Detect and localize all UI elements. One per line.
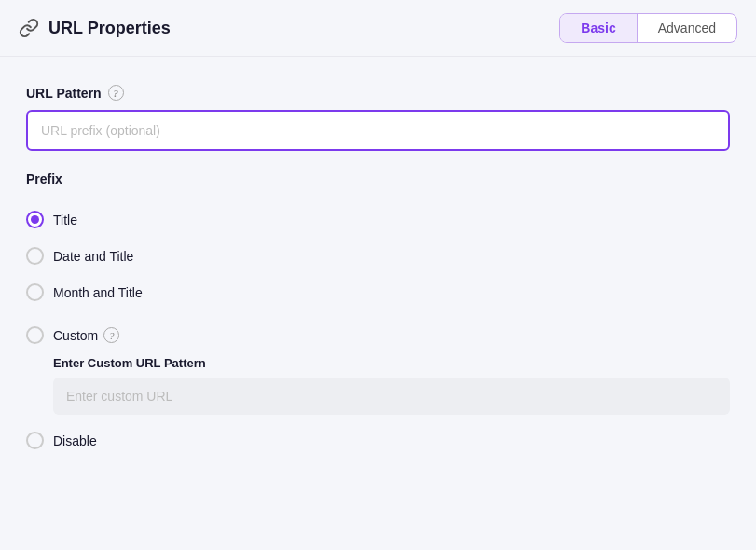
radio-label-month-title: Month and Title bbox=[53, 285, 143, 300]
custom-label-row: Custom ? bbox=[53, 318, 119, 352]
prefix-radio-group: Title Date and Title Month and Title Cus… bbox=[26, 201, 730, 459]
radio-label-date-title: Date and Title bbox=[53, 249, 133, 264]
custom-url-label: Enter Custom URL Pattern bbox=[53, 356, 730, 370]
page-title: URL Properties bbox=[48, 19, 171, 38]
url-pattern-label: URL Pattern ? bbox=[26, 85, 730, 101]
radio-circle-title bbox=[26, 211, 44, 228]
prefix-label: Prefix bbox=[26, 172, 730, 186]
radio-top-custom[interactable]: Custom ? bbox=[26, 318, 730, 352]
radio-circle-date-title bbox=[26, 247, 44, 265]
main-content: URL Pattern ? Prefix Title Date and Titl… bbox=[0, 57, 756, 550]
tab-basic[interactable]: Basic bbox=[560, 14, 637, 42]
radio-item-title[interactable]: Title bbox=[26, 201, 730, 238]
link-icon bbox=[19, 18, 39, 38]
url-pattern-input[interactable] bbox=[26, 110, 730, 151]
header-left: URL Properties bbox=[19, 18, 171, 38]
radio-item-month-title[interactable]: Month and Title bbox=[26, 274, 730, 310]
tab-group: Basic Advanced bbox=[559, 13, 737, 43]
tab-advanced[interactable]: Advanced bbox=[638, 14, 736, 42]
radio-item-custom: Custom ? Enter Custom URL Pattern bbox=[26, 310, 730, 422]
radio-label-custom: Custom bbox=[53, 328, 98, 343]
url-pattern-help-icon[interactable]: ? bbox=[108, 85, 124, 101]
radio-item-disable[interactable]: Disable bbox=[26, 422, 730, 459]
radio-item-date-title[interactable]: Date and Title bbox=[26, 238, 730, 274]
radio-circle-custom bbox=[26, 326, 44, 344]
radio-circle-disable bbox=[26, 432, 44, 449]
custom-help-icon[interactable]: ? bbox=[103, 327, 119, 343]
radio-label-title: Title bbox=[53, 213, 77, 227]
header: URL Properties Basic Advanced bbox=[0, 0, 756, 57]
radio-label-disable: Disable bbox=[53, 433, 97, 448]
radio-circle-month-title bbox=[26, 283, 44, 301]
custom-url-input[interactable] bbox=[53, 378, 730, 415]
custom-url-section: Enter Custom URL Pattern bbox=[53, 356, 730, 415]
